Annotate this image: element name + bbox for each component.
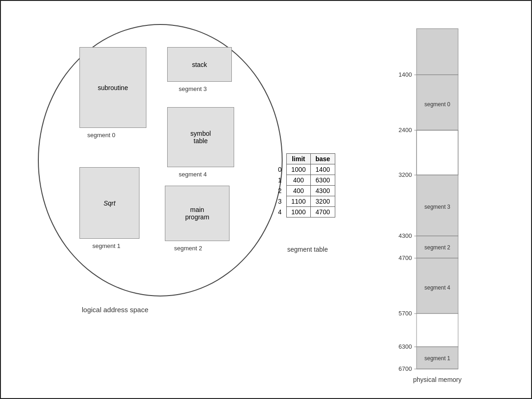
row-2-index: 2 — [273, 186, 286, 196]
addr-6700: 6700 — [399, 365, 412, 372]
addr-6300: 6300 — [399, 343, 412, 350]
segment-4-box: symboltable — [167, 107, 234, 167]
segment-table-label: segment table — [287, 246, 328, 253]
table-row: 2 400 4300 — [273, 186, 335, 196]
row-3-index: 3 — [273, 196, 286, 207]
phys-seg0-label: segment 0 — [424, 101, 450, 108]
svg-rect-0 — [417, 29, 458, 75]
segment-1-box: Sqrt — [79, 167, 139, 239]
main-container: subroutine segment 0 stack segment 3 sym… — [0, 0, 532, 399]
row-0-base: 1400 — [310, 164, 335, 175]
row-3-base: 3200 — [310, 196, 335, 207]
row-0-index: 0 — [273, 164, 286, 175]
addr-1400: 1400 — [399, 71, 412, 78]
row-4-index: 4 — [273, 207, 286, 218]
logical-address-space-label: logical address space — [82, 306, 148, 314]
addr-2400: 2400 — [399, 127, 412, 133]
table-row: 3 1100 3200 — [273, 196, 335, 207]
addr-4300: 4300 — [399, 232, 412, 239]
table-row: 0 1000 1400 — [273, 164, 335, 175]
svg-rect-4 — [417, 130, 458, 175]
segment-4-caption: segment 4 — [179, 171, 207, 178]
svg-rect-16 — [417, 314, 458, 347]
phys-seg4-label: segment 4 — [424, 284, 450, 291]
col-base: base — [310, 154, 335, 164]
segment-2-box: mainprogram — [165, 186, 230, 241]
phys-seg2-label: segment 2 — [424, 244, 450, 251]
row-4-base: 4700 — [310, 207, 335, 218]
addr-4700: 4700 — [399, 254, 412, 261]
segment-1-name: Sqrt — [103, 200, 115, 207]
segment-table-grid: limit base 0 1000 1400 1 400 6300 2 400 — [273, 153, 335, 218]
table-row: 4 1000 4700 — [273, 207, 335, 218]
physical-memory-label: physical memory — [413, 376, 461, 383]
segment-0-box: subroutine — [79, 47, 146, 128]
table-row: 1 400 6300 — [273, 175, 335, 186]
segment-1-caption: segment 1 — [92, 242, 121, 249]
row-1-limit: 400 — [286, 175, 310, 186]
physical-memory-svg: 1400 segment 0 2400 3200 segment 3 4300 … — [389, 15, 481, 389]
segment-3-box: stack — [167, 47, 232, 82]
segment-0-caption: segment 0 — [87, 132, 115, 139]
segment-3-caption: segment 3 — [179, 85, 207, 92]
segment-2-name: mainprogram — [185, 206, 209, 221]
segment-table: limit base 0 1000 1400 1 400 6300 2 400 — [273, 153, 335, 218]
segment-0-label: subroutine — [98, 84, 128, 91]
segment-4-name: symboltable — [190, 130, 211, 145]
row-2-base: 4300 — [310, 186, 335, 196]
row-0-limit: 1000 — [286, 164, 310, 175]
segment-3-name: stack — [192, 61, 207, 68]
addr-5700: 5700 — [399, 310, 412, 317]
row-4-limit: 1000 — [286, 207, 310, 218]
row-1-index: 1 — [273, 175, 286, 186]
phys-seg1-label: segment 1 — [424, 355, 450, 362]
logical-address-space — [38, 24, 283, 296]
segment-2-caption: segment 2 — [174, 245, 202, 252]
row-3-limit: 1100 — [286, 196, 310, 207]
addr-3200: 3200 — [399, 171, 412, 178]
phys-seg3-label: segment 3 — [424, 204, 450, 210]
row-1-base: 6300 — [310, 175, 335, 186]
col-limit: limit — [286, 154, 310, 164]
row-2-limit: 400 — [286, 186, 310, 196]
